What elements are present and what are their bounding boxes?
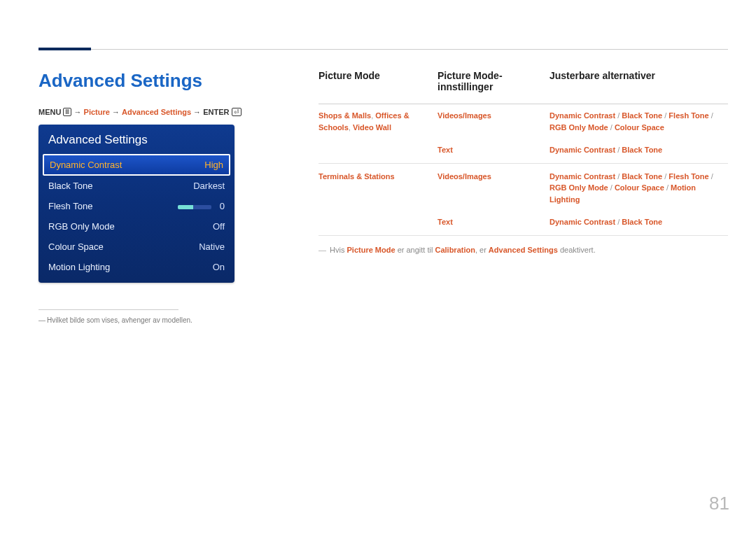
osd-row-flesh-tone[interactable]: Flesh Tone 0 [38, 196, 234, 216]
th-picture-mode-settings: Picture Mode-innstillinger [438, 70, 550, 92]
top-rule [38, 49, 728, 50]
arrow-icon: → [193, 108, 201, 116]
table-row: Terminals & Stations Videos/Images Dynam… [318, 165, 728, 211]
osd-value: Off [213, 221, 225, 232]
footnote-separator [38, 309, 178, 310]
osd-row-colour-space[interactable]: Colour Space Native [38, 237, 234, 257]
arrow-icon: → [112, 108, 120, 116]
table-row: Shops & Malls, Offices & Schools, Video … [318, 104, 728, 139]
slider-icon [178, 205, 211, 209]
osd-label: Flesh Tone [48, 201, 92, 211]
table-body: Shops & Malls, Offices & Schools, Video … [318, 104, 728, 236]
osd-value: 0 [220, 201, 225, 211]
table-row: Text Dynamic Contrast / Black Tone [318, 211, 728, 234]
page-number: 81 [709, 493, 729, 514]
td-setting: Text [438, 216, 550, 228]
osd-row-dynamic-contrast[interactable]: Dynamic Contrast High [43, 154, 230, 176]
menu-icon: Ⅲ [63, 108, 71, 116]
td-mode [318, 216, 438, 228]
osd-label: Colour Space [48, 241, 104, 252]
td-options: Dynamic Contrast / Black Tone [550, 144, 728, 156]
osd-label: Black Tone [48, 181, 92, 191]
note-text: , er [475, 246, 489, 254]
breadcrumb-enter: ENTER [203, 108, 229, 116]
breadcrumb-picture: Picture [84, 108, 110, 116]
osd-value: Native [199, 241, 225, 252]
osd-label: Dynamic Contrast [50, 160, 122, 170]
th-picture-mode: Picture Mode [318, 70, 438, 92]
td-setting: Videos/Images [438, 110, 550, 133]
table-header: Picture Mode Picture Mode-innstillinger … [318, 70, 728, 104]
osd-value-wrap: 0 [178, 201, 225, 211]
arrow-icon: → [74, 108, 82, 116]
th-adjustable-options: Justerbare alternativer [550, 70, 728, 92]
footnote: Hvilket bilde som vises, avhenger av mod… [38, 316, 192, 324]
calibration-note: Hvis Picture Mode er angitt til Calibrat… [318, 246, 728, 254]
osd-row-motion-lighting[interactable]: Motion Lighting On [38, 257, 234, 277]
note-bold: Advanced Settings [489, 246, 558, 254]
row-separator [318, 235, 728, 236]
note-text: Hvis [330, 246, 346, 254]
breadcrumb-advanced: Advanced Settings [122, 108, 191, 116]
td-mode [318, 144, 438, 156]
td-setting: Videos/Images [438, 171, 550, 206]
row-separator [318, 163, 728, 164]
note-bold: Picture Mode [347, 246, 396, 254]
table-row: Text Dynamic Contrast / Black Tone [318, 139, 728, 162]
osd-title: Advanced Settings [38, 125, 234, 154]
osd-value: Darkest [193, 181, 225, 191]
breadcrumb: MENU Ⅲ → Picture → Advanced Settings → E… [38, 108, 241, 116]
top-rule-accent [38, 48, 91, 50]
osd-row-rgb-only[interactable]: RGB Only Mode Off [38, 216, 234, 237]
osd-row-black-tone[interactable]: Black Tone Darkest [38, 176, 234, 196]
osd-value: On [213, 262, 225, 272]
td-options: Dynamic Contrast / Black Tone / Flesh To… [550, 110, 728, 133]
td-options: Dynamic Contrast / Black Tone [550, 216, 728, 228]
options-table: Picture Mode Picture Mode-innstillinger … [318, 70, 728, 254]
note-text: deaktivert. [558, 246, 596, 254]
page-title: Advanced Settings [38, 70, 202, 92]
breadcrumb-menu: MENU [38, 108, 61, 116]
td-setting: Text [438, 144, 550, 156]
enter-icon: ⏎ [232, 108, 241, 116]
osd-panel: Advanced Settings Dynamic Contrast High … [38, 125, 234, 283]
note-bold: Calibration [435, 246, 475, 254]
osd-value: High [204, 160, 223, 170]
osd-label: Motion Lighting [48, 262, 110, 272]
td-mode: Terminals & Stations [318, 171, 438, 206]
td-mode: Shops & Malls, Offices & Schools, Video … [318, 110, 438, 133]
osd-label: RGB Only Mode [48, 221, 115, 232]
note-text: er angitt til [396, 246, 435, 254]
td-options: Dynamic Contrast / Black Tone / Flesh To… [550, 171, 728, 206]
